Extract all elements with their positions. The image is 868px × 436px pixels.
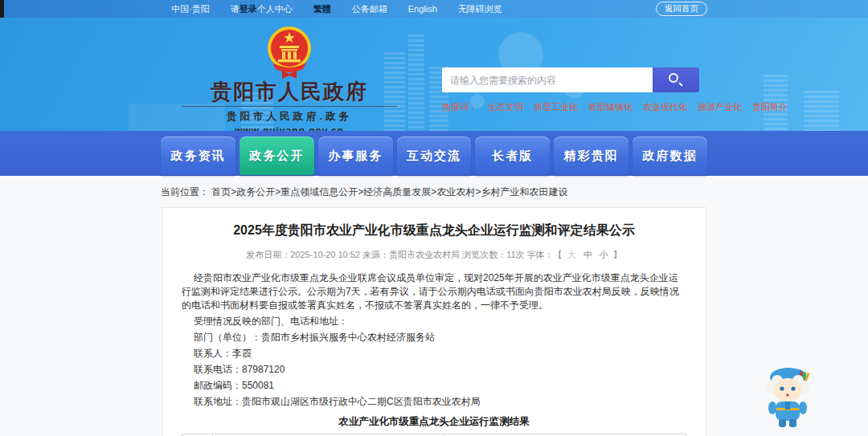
article-paragraph: 受理情况反映的部门、电话和地址： [182, 315, 686, 328]
hot-search-row: 热搜词： 生态文明 新型工业化 新型城镇化 农业现代化 旅游产业化 贵阳简介 [442, 101, 699, 113]
hot-search-word[interactable]: 新型工业化 [534, 101, 578, 113]
article-title: 2025年度贵阳市农业产业化市级重点龙头企业运行监测和评定结果公示 [182, 222, 686, 239]
nav-tab[interactable]: 互动交流 [397, 137, 472, 175]
topbar-item-accessibility[interactable]: 无障碍浏览 [458, 3, 502, 15]
article-paragraph: 联系地址：贵阳市观山湖区市级行政中心二期C区贵阳市农业农村局 [182, 395, 686, 409]
skyline-building [804, 91, 839, 131]
article-body: 经贵阳市农业产业化市级重点龙头企业联席会议成员单位审定，现对2025年开展的农业… [182, 271, 686, 409]
topbar-links: 中国·贵阳 请登录个人中心 繁體 公务邮箱 English 无障碍浏览 [161, 3, 502, 15]
site-subtitle: 贵阳市人民政府.政务 [182, 110, 397, 124]
breadcrumb-label: 当前位置： [161, 186, 209, 198]
hot-search-label: 热搜词： [442, 101, 477, 113]
site-title: 贵阳市人民政府 [182, 80, 397, 107]
font-size-switcher: 大 中 小 [563, 250, 613, 259]
nav-tab-label: 精彩贵阳 [564, 149, 619, 164]
article-paragraph: 联系人：李霞 [182, 347, 686, 361]
search-input[interactable] [442, 67, 653, 92]
nav-tab-label: 互动交流 [407, 149, 461, 164]
main-navigation: 政务资讯 政务公开 办事服务 互动交流 长者版 精彩贵阳 政府数据 [0, 131, 868, 176]
hot-search-word[interactable]: 新型城镇化 [588, 101, 633, 113]
hot-search-word[interactable]: 贵阳简介 [752, 101, 788, 113]
nav-tab[interactable]: 政务资讯 [161, 137, 235, 175]
site-brand[interactable]: 贵阳市人民政府 贵阳市人民政府.政务 www.guiyang.gov.cn [182, 24, 397, 131]
source-value: 贵阳市农业农村局 [389, 250, 460, 259]
login-suffix: 个人中心 [257, 4, 293, 14]
nav-tab[interactable]: 长者版 [475, 137, 550, 175]
site-header: 贵阳市人民政府 贵阳市人民政府.政务 www.guiyang.gov.cn 热搜… [0, 18, 868, 131]
assistant-mascot-icon[interactable] [758, 361, 817, 435]
nav-tab[interactable]: 精彩贵阳 [554, 137, 628, 175]
login-prefix: 请 [231, 4, 240, 14]
article-paragraph: 经贵阳市农业产业化市级重点龙头企业联席会议成员单位审定，现对2025年开展的农业… [182, 271, 686, 312]
font-size-option[interactable]: 中 [583, 250, 592, 259]
nav-tab[interactable]: 办事服务 [318, 137, 393, 175]
search-button[interactable] [653, 67, 699, 92]
national-emblem-icon [264, 24, 314, 80]
search-icon [669, 73, 678, 83]
topbar-item-region[interactable]: 中国·贵阳 [171, 3, 210, 15]
views-value: 11次 [506, 250, 524, 259]
bracket: 【 [554, 250, 563, 259]
site-url: www.guiyang.gov.cn [182, 125, 397, 131]
corner-artifact [0, 0, 4, 18]
breadcrumb-path[interactable]: 首页>政务公开>重点领域信息公开>经济高质量发展>农业农村>乡村产业和农田建设 [211, 186, 567, 198]
nav-tab-label: 政务公开 [249, 149, 304, 164]
publish-date-label: 发布日期： [246, 250, 290, 259]
article-paragraph: 邮政编码：550081 [182, 379, 686, 393]
table-caption: 农业产业化市级重点龙头企业运行监测结果 [182, 415, 686, 429]
bracket: 】 [613, 250, 622, 259]
hot-search-list: 生态文明 新型工业化 新型城镇化 农业现代化 旅游产业化 贵阳简介 [488, 101, 788, 113]
source-label: 来源： [362, 250, 389, 259]
return-home-button[interactable]: 返回首页 [656, 2, 707, 16]
nav-tab-label: 政务资讯 [170, 149, 225, 164]
article-card: 2025年度贵阳市农业产业化市级重点龙头企业运行监测和评定结果公示 发布日期：2… [162, 207, 706, 436]
nav-tab-label: 办事服务 [328, 149, 383, 164]
topbar-item-english[interactable]: English [408, 4, 437, 14]
breadcrumb: 当前位置： 首页>政务公开>重点领域信息公开>经济高质量发展>农业农村>乡村产业… [161, 176, 707, 207]
article-paragraph: 部门（单位）：贵阳市乡村振兴服务中心农村经济服务站 [182, 331, 686, 344]
hot-search-word[interactable]: 农业现代化 [643, 101, 687, 113]
nav-tab[interactable]: 政府数据 [633, 137, 707, 175]
article-paragraph: 联系电话：87987120 [182, 363, 686, 377]
views-label: 浏览次数： [462, 250, 506, 259]
nav-tab-label: 政府数据 [643, 149, 698, 164]
hot-search-word[interactable]: 生态文明 [488, 101, 523, 113]
nav-tab-label: 长者版 [492, 149, 533, 164]
topbar: 中国·贵阳 请登录个人中心 繁體 公务邮箱 English 无障碍浏览 返回首页 [0, 0, 868, 18]
article-meta: 发布日期：2025-10-20 10:52 来源：贵阳市农业农村局 浏览次数：1… [182, 249, 686, 261]
search-area: 热搜词： 生态文明 新型工业化 新型城镇化 农业现代化 旅游产业化 贵阳简介 [442, 67, 699, 113]
font-size-option[interactable]: 小 [600, 250, 608, 259]
nav-tiles: 政务资讯 政务公开 办事服务 互动交流 长者版 精彩贵阳 政府数据 [161, 131, 707, 176]
font-size-option[interactable]: 大 [567, 250, 576, 259]
topbar-item-mail[interactable]: 公务邮箱 [352, 3, 387, 15]
login-strong[interactable]: 登录 [240, 4, 257, 14]
topbar-item-traditional[interactable]: 繁體 [313, 3, 331, 15]
publish-date-value: 2025-10-20 10:52 [290, 250, 360, 259]
topbar-item-login[interactable]: 请登录个人中心 [231, 3, 293, 15]
hot-search-word[interactable]: 旅游产业化 [698, 101, 742, 113]
nav-tab[interactable]: 政务公开 [240, 137, 314, 175]
font-size-label: 字体： [527, 250, 554, 259]
